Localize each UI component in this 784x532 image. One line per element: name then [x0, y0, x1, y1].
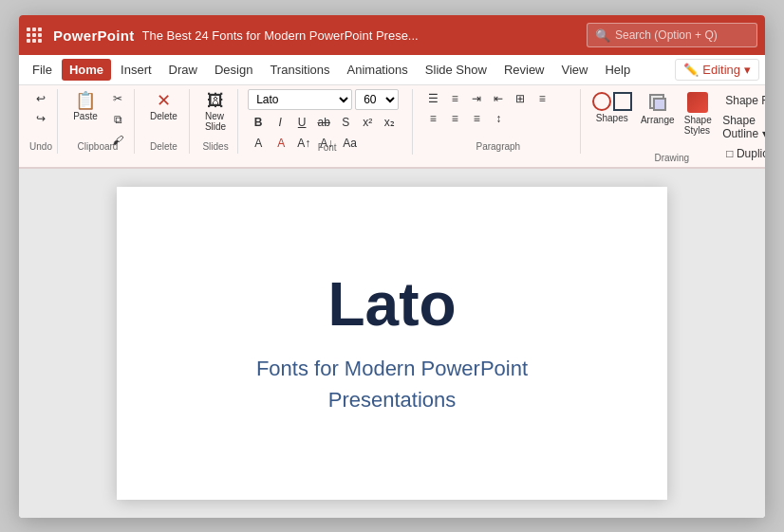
menu-slideshow[interactable]: Slide Show: [418, 59, 495, 81]
search-box[interactable]: 🔍: [587, 23, 757, 47]
menu-transitions[interactable]: Transitions: [262, 59, 337, 81]
slide-canvas: Lato Fonts for Modern PowerPointPresenta…: [117, 187, 667, 500]
font-size-dropdown[interactable]: 60: [355, 89, 399, 110]
arrange-button[interactable]: Arrange: [638, 89, 677, 128]
new-slide-label: NewSlide: [205, 111, 226, 132]
undo-group-label: Undo: [25, 141, 57, 152]
delete-button[interactable]: ✕ Delete: [144, 89, 183, 124]
ribbon-group-delete: ✕ Delete Delete: [139, 89, 190, 154]
menu-draw[interactable]: Draw: [161, 59, 205, 81]
menu-insert[interactable]: Insert: [113, 59, 159, 81]
menu-home[interactable]: Home: [62, 59, 111, 81]
arrange-label: Arrange: [641, 115, 675, 125]
shadow-button[interactable]: S: [335, 113, 356, 132]
app-grid-icon: [27, 28, 42, 43]
slide-subtitle: Fonts for Modern PowerPointPresentations: [256, 353, 528, 415]
menu-design[interactable]: Design: [207, 59, 260, 81]
pencil-icon: ✏️: [683, 63, 699, 77]
app-name: PowerPoint: [53, 28, 135, 44]
delete-group-label: Delete: [139, 141, 189, 152]
text-direction-button[interactable]: ↕: [488, 109, 509, 128]
justify-button[interactable]: ≡: [466, 109, 487, 128]
ribbon-group-clipboard: 📋 Paste ✂ ⧉ 🖌 Clipboard: [62, 89, 135, 154]
outdent-button[interactable]: ⇤: [488, 89, 509, 108]
drawing-group-label: Drawing: [585, 153, 760, 163]
search-input[interactable]: [615, 28, 748, 42]
strikethrough-button[interactable]: ab: [313, 113, 334, 132]
shape-outline-button[interactable]: Shape Outline ▾: [719, 112, 765, 142]
font-dropdown[interactable]: Lato: [248, 89, 352, 110]
font-group-label: Font: [242, 142, 412, 153]
ribbon-group-font: Lato 60 B I U ab S x² x₂ A A A↑ A↓ Aa: [242, 89, 413, 155]
app-window: PowerPoint The Best 24 Fonts for Modern …: [19, 15, 765, 518]
shape-fill-button[interactable]: Shape Fill ▾: [719, 91, 765, 110]
align-left-button[interactable]: ≡: [532, 89, 552, 108]
new-slide-button[interactable]: 🖼 NewSlide: [199, 89, 232, 135]
shape-styles-button[interactable]: ShapeStyles: [681, 89, 715, 138]
align-right-button[interactable]: ≡: [444, 109, 465, 128]
bullets-button[interactable]: ☰: [422, 89, 443, 108]
ribbon-group-slides: 🖼 NewSlide Slides: [194, 89, 238, 154]
slide-area: Lato Fonts for Modern PowerPointPresenta…: [19, 169, 765, 518]
shapes-label: Shapes: [596, 113, 628, 123]
menu-view[interactable]: View: [554, 59, 596, 81]
italic-button[interactable]: I: [270, 113, 290, 132]
numbering-button[interactable]: ≡: [444, 89, 465, 108]
bold-button[interactable]: B: [248, 113, 269, 132]
slides-group-label: Slides: [194, 141, 237, 152]
delete-label: Delete: [150, 111, 177, 121]
paste-icon: 📋: [75, 92, 96, 109]
ribbon-group-drawing: Shapes Arrange ShapeStyles Shape Fill ▾ …: [585, 89, 760, 165]
menu-review[interactable]: Review: [496, 59, 552, 81]
slide-title[interactable]: Lato: [327, 271, 456, 338]
editing-badge[interactable]: ✏️ Editing ▾: [675, 59, 759, 81]
menu-file[interactable]: File: [25, 59, 60, 81]
font-format-row: B I U ab S x² x₂: [248, 113, 400, 132]
menu-bar: File Home Insert Draw Design Transitions…: [19, 55, 765, 85]
underline-button[interactable]: U: [291, 113, 312, 132]
search-icon: 🔍: [595, 28, 610, 43]
menu-animations[interactable]: Animations: [340, 59, 416, 81]
paste-button[interactable]: 📋 Paste: [67, 89, 103, 124]
paste-label: Paste: [73, 111, 98, 121]
new-slide-icon: 🖼: [207, 92, 224, 109]
delete-icon: ✕: [157, 92, 171, 109]
editing-label: Editing: [702, 63, 740, 77]
shapes-button[interactable]: Shapes: [590, 89, 635, 126]
copy-button[interactable]: ⧉: [107, 110, 128, 129]
paragraph-dialog-button[interactable]: ⊞: [510, 89, 531, 108]
title-bar: PowerPoint The Best 24 Fonts for Modern …: [19, 15, 765, 55]
superscript-button[interactable]: x²: [357, 113, 378, 132]
menu-help[interactable]: Help: [597, 59, 638, 81]
chevron-down-icon: ▾: [744, 63, 751, 77]
cut-button[interactable]: ✂: [107, 89, 128, 108]
ribbon-group-undo: ↩ ↪ Undo: [25, 89, 58, 154]
doc-title: The Best 24 Fonts for Modern PowerPoint …: [142, 28, 579, 43]
paragraph-group-label: Paragraph: [417, 141, 579, 152]
ribbon-group-paragraph: ☰ ≡ ⇥ ⇤ ⊞ ≡ ≡ ≡ ≡ ↕ Paragraph: [417, 89, 580, 154]
clipboard-group-label: Clipboard: [62, 141, 134, 152]
font-selector-row: Lato 60: [248, 89, 399, 110]
subscript-button[interactable]: x₂: [379, 113, 400, 132]
align-center-button[interactable]: ≡: [422, 109, 443, 128]
shape-styles-label: ShapeStyles: [684, 115, 712, 136]
undo-button[interactable]: ↩: [30, 89, 51, 108]
ribbon: ↩ ↪ Undo 📋 Paste ✂ ⧉ 🖌 Clipboard: [19, 85, 765, 169]
redo-button[interactable]: ↪: [30, 109, 51, 128]
indent-button[interactable]: ⇥: [466, 89, 487, 108]
